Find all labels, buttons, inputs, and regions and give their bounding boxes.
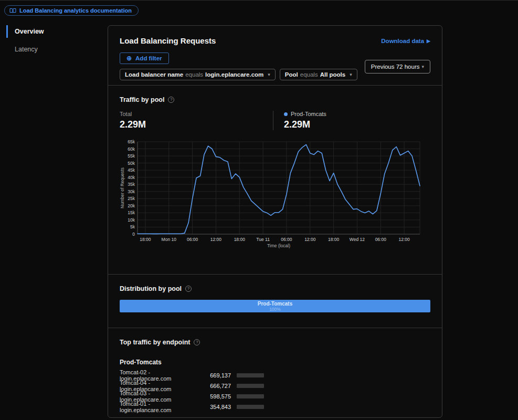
distribution-segment-label: Prod-Tomcats	[258, 301, 293, 307]
svg-text:55k: 55k	[128, 153, 135, 159]
total-label: Total	[120, 111, 273, 117]
top-traffic-by-endpoint-section: Top traffic by endpoint ? Prod-Tomcats T…	[108, 328, 442, 420]
chart-container: 05k10k15k20k25k30k35k40k45k50k55k60k65k1…	[120, 138, 430, 256]
svg-text:20k: 20k	[128, 203, 135, 208]
endpoint-value: 354,843	[198, 404, 231, 410]
filter-load-balancer-name[interactable]: Load balancer name equals login.eplancar…	[120, 69, 276, 80]
endpoint-name: Tomcat-01 - login.eplancare.com	[120, 401, 198, 413]
svg-text:45k: 45k	[128, 167, 135, 173]
help-icon[interactable]: ?	[194, 339, 200, 345]
filter-value: All pools	[320, 71, 346, 78]
time-range-dropdown[interactable]: Previous 72 hours ▾	[365, 60, 430, 74]
svg-text:18:00: 18:00	[140, 237, 151, 242]
sidebar-item-latency[interactable]: Latency	[6, 43, 108, 56]
svg-text:40k: 40k	[128, 175, 135, 180]
traffic-by-pool-section: Traffic by pool ? Total 2.29M Prod-Tomca…	[108, 85, 442, 274]
svg-text:12:00: 12:00	[398, 237, 410, 242]
filter-value: login.eplancare.com	[205, 71, 263, 78]
endpoint-bar	[237, 394, 264, 398]
pool-value: 2.29M	[284, 119, 326, 130]
filter-field: Pool	[285, 71, 298, 78]
traffic-line	[138, 144, 420, 234]
svg-text:50k: 50k	[128, 161, 135, 166]
total-stat: Total 2.29M	[120, 111, 273, 130]
analytics-card: Load Balancing Requests Download data ▶ …	[108, 25, 442, 418]
svg-text:Tue 11: Tue 11	[256, 237, 270, 242]
svg-text:06:00: 06:00	[187, 237, 198, 242]
svg-text:35k: 35k	[128, 182, 135, 187]
svg-text:5k: 5k	[130, 224, 135, 229]
endpoint-bar	[237, 373, 264, 377]
chevron-down-icon: ▾	[350, 72, 352, 77]
svg-text:25k: 25k	[128, 196, 135, 201]
add-filter-button[interactable]: ⊕ Add filter	[120, 52, 169, 64]
help-icon[interactable]: ?	[168, 97, 174, 103]
endpoint-bar	[237, 384, 264, 388]
chevron-down-icon: ▾	[421, 64, 424, 69]
endpoint-row: Tomcat-03 - login.eplancare.com 598,575	[120, 391, 430, 402]
caret-right-icon: ▶	[427, 38, 430, 44]
x-axis-label: Time (local)	[267, 243, 290, 248]
total-value: 2.29M	[120, 119, 273, 130]
endpoint-bar	[237, 405, 264, 409]
svg-text:0: 0	[132, 232, 135, 237]
card-header-section: Load Balancing Requests Download data ▶ …	[108, 26, 442, 85]
svg-text:06:00: 06:00	[281, 237, 292, 242]
page-title: Load Balancing Requests	[120, 36, 216, 45]
distribution-by-pool-section: Distribution by pool ? Prod-Tomcats 100%	[108, 274, 442, 328]
filter-operator: equals	[185, 71, 203, 78]
svg-text:10k: 10k	[128, 217, 135, 223]
download-data-link[interactable]: Download data ▶	[381, 38, 430, 44]
endpoint-value: 598,575	[198, 393, 231, 400]
section-title: Top traffic by endpoint	[120, 339, 190, 346]
svg-text:15k: 15k	[128, 210, 135, 215]
y-axis-label: Number of Requests	[120, 167, 125, 208]
legend-label: Prod-Tomcats	[291, 111, 326, 117]
plus-circle-icon: ⊕	[126, 55, 132, 61]
endpoint-row: Tomcat-02 - login.eplancare.com 669,137	[120, 370, 430, 381]
svg-text:Wed 12: Wed 12	[350, 237, 365, 242]
section-title: Traffic by pool	[120, 96, 164, 103]
svg-text:18:00: 18:00	[234, 237, 246, 242]
endpoint-row: Tomcat-01 - login.eplancare.com 354,843	[120, 402, 430, 412]
section-title: Distribution by pool	[120, 285, 182, 292]
svg-text:06:00: 06:00	[375, 237, 387, 242]
endpoint-value: 669,137	[198, 372, 231, 379]
endpoint-row: Tomcat-04 - login.eplancare.com 666,727	[120, 381, 430, 391]
time-range-label: Previous 72 hours	[371, 64, 420, 70]
endpoint-list: Tomcat-02 - login.eplancare.com 669,137 …	[120, 370, 430, 412]
help-icon[interactable]: ?	[185, 286, 192, 292]
legend-dot-icon	[284, 112, 288, 116]
svg-text:18:00: 18:00	[328, 237, 340, 242]
traffic-chart: 05k10k15k20k25k30k35k40k45k50k55k60k65k1…	[120, 138, 424, 254]
distribution-segment-percent: 100%	[269, 307, 281, 312]
svg-text:12:00: 12:00	[304, 237, 316, 242]
distribution-bar-segment: Prod-Tomcats 100%	[120, 300, 430, 312]
add-filter-label: Add filter	[135, 55, 162, 61]
documentation-button-label: Load Balancing analytics documentation	[19, 7, 132, 14]
sidebar: Overview Latency	[0, 25, 108, 56]
chevron-down-icon: ▾	[268, 72, 270, 77]
svg-text:65k: 65k	[128, 139, 135, 144]
documentation-button[interactable]: Load Balancing analytics documentation	[4, 5, 139, 16]
filter-operator: equals	[300, 71, 318, 78]
svg-text:30k: 30k	[128, 189, 135, 194]
filter-field: Load balancer name	[125, 71, 183, 78]
book-icon	[9, 8, 16, 14]
svg-text:Mon 10: Mon 10	[162, 237, 177, 242]
sidebar-item-overview[interactable]: Overview	[6, 25, 108, 38]
svg-text:60k: 60k	[128, 146, 135, 152]
svg-text:12:00: 12:00	[210, 237, 222, 242]
download-data-label: Download data	[381, 38, 424, 44]
endpoint-value: 666,727	[198, 383, 231, 389]
filter-pool[interactable]: Pool equals All pools ▾	[280, 69, 357, 80]
pool-stat: Prod-Tomcats 2.29M	[273, 111, 326, 130]
endpoint-group-title: Prod-Tomcats	[120, 359, 430, 366]
